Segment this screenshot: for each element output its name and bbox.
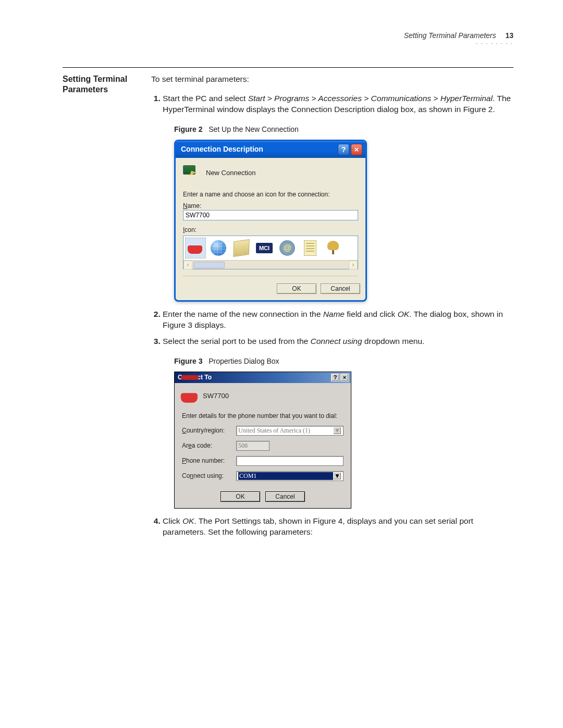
close-button[interactable]: × xyxy=(340,374,349,381)
help-button[interactable]: ? xyxy=(331,374,339,381)
page-number: 13 xyxy=(505,31,513,40)
section-heading: Setting Terminal Parameters xyxy=(63,74,151,95)
close-button[interactable]: × xyxy=(351,144,362,155)
dialog-instruction: Enter a name and choose an icon for the … xyxy=(183,190,358,199)
icon-option-phone[interactable] xyxy=(186,238,205,258)
dialog-titlebar[interactable]: Connect To ? × xyxy=(175,372,351,383)
ok-button[interactable]: OK xyxy=(277,283,316,294)
icon-option-globe[interactable] xyxy=(209,238,228,258)
figure-2-caption: Figure 2 Set Up the New Connection xyxy=(174,125,513,134)
country-select[interactable]: United States of America (1) ▼ xyxy=(236,426,344,436)
menu-path-text: Start > Programs > Accessories > Communi… xyxy=(248,94,493,103)
cancel-button[interactable]: Cancel xyxy=(321,283,360,294)
phone-number-input[interactable] xyxy=(236,456,344,466)
new-connection-icon xyxy=(183,165,201,181)
section-intro: To set terminal parameters: xyxy=(151,74,513,85)
header-dots-decoration: · · · · · · · · xyxy=(63,41,513,46)
step-2: Enter the name of the new connection in … xyxy=(163,309,513,331)
area-code-input[interactable]: 508 xyxy=(236,441,270,451)
scroll-thumb[interactable] xyxy=(193,262,225,268)
scroll-right-icon[interactable]: › xyxy=(349,261,358,269)
step-1: Start the PC and select Start > Programs… xyxy=(163,93,513,302)
section-rule xyxy=(63,67,513,68)
icon-option-mci[interactable]: MCI xyxy=(254,238,274,258)
ok-button[interactable]: OK xyxy=(221,491,260,502)
dialog-separator xyxy=(183,276,358,276)
connect-to-dialog: Connect To ? × SW7700 xyxy=(174,372,351,509)
running-title: Setting Terminal Parameters xyxy=(404,31,496,40)
phone-number-label: Phone number: xyxy=(182,457,236,464)
steps-list: Start the PC and select Start > Programs… xyxy=(151,93,513,538)
icon-option-document[interactable] xyxy=(300,238,320,258)
dialog-titlebar[interactable]: Connection Description ? × xyxy=(176,141,365,158)
area-code-label: Area code: xyxy=(182,442,236,449)
icon-scrollbar[interactable]: ‹ › xyxy=(183,260,358,269)
connection-name: SW7700 xyxy=(203,392,229,400)
icon-option-bell[interactable] xyxy=(323,238,343,258)
running-header: Setting Terminal Parameters 13 xyxy=(63,31,513,40)
icon-option-at[interactable]: @ xyxy=(277,238,297,258)
dialog-title: Connection Description xyxy=(181,144,263,154)
connection-icon xyxy=(181,388,199,404)
country-label: Country/region: xyxy=(182,427,236,434)
connect-using-label: Connect using: xyxy=(182,472,236,479)
dropdown-arrow-icon: ▼ xyxy=(333,427,341,435)
help-button[interactable]: ? xyxy=(338,144,349,155)
dropdown-arrow-icon[interactable]: ▼ xyxy=(333,472,341,480)
icon-picker[interactable]: MCI @ ‹ xyxy=(183,236,358,269)
dialog-instruction: Enter details for the phone number that … xyxy=(182,412,344,419)
name-input[interactable] xyxy=(183,210,358,220)
icon-label: Icon: xyxy=(183,226,358,234)
connect-using-select[interactable]: COM1 ▼ xyxy=(236,471,344,481)
cancel-button[interactable]: Cancel xyxy=(265,491,305,502)
dialog-subtitle: New Connection xyxy=(206,168,255,178)
step-3: Select the serial port to be used from t… xyxy=(163,336,513,509)
connection-description-dialog: Connection Description ? × xyxy=(174,140,367,302)
step-4: Click OK. The Port Settings tab, shown i… xyxy=(163,516,513,538)
figure-3-caption: Figure 3 Properties Dialog Box xyxy=(174,356,513,366)
name-label: Name: xyxy=(183,202,358,210)
scroll-left-icon[interactable]: ‹ xyxy=(183,261,192,269)
icon-option-scroll[interactable] xyxy=(231,238,251,258)
